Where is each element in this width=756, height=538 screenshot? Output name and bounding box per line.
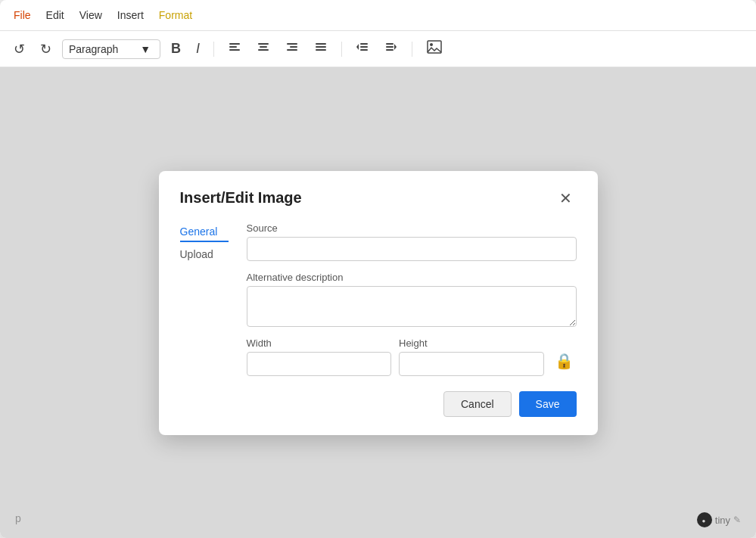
svg-rect-5 [258,49,269,51]
dialog-tabs: General Upload [180,222,229,376]
source-input[interactable] [247,237,577,261]
height-input[interactable] [399,352,544,376]
svg-rect-10 [316,46,326,48]
svg-rect-3 [258,43,269,45]
width-input[interactable] [247,352,392,376]
toolbar-separator-3 [412,42,412,57]
svg-rect-6 [287,43,297,45]
svg-rect-16 [386,43,394,45]
menu-insert[interactable]: Insert [116,6,145,24]
width-group: Width [247,337,392,376]
svg-rect-13 [360,46,368,48]
tab-upload[interactable]: Upload [180,245,229,263]
menu-edit[interactable]: Edit [45,6,66,24]
cancel-button[interactable]: Cancel [443,391,512,417]
toolbar-separator-2 [341,42,342,57]
menu-file[interactable]: File [12,6,33,24]
redo-icon: ↻ [40,41,51,58]
align-center-icon [257,40,270,58]
align-right-icon [285,40,299,58]
outdent-icon [356,40,369,58]
save-button[interactable]: Save [519,391,577,417]
chevron-down-icon: ▼ [140,43,151,55]
svg-rect-18 [386,49,394,51]
svg-rect-0 [229,43,240,45]
editor-container: File Edit View Insert Format ↺ ↻ Paragra… [0,0,756,538]
dialog-body: General Upload Source Alternative descri… [180,222,577,376]
svg-rect-11 [316,49,326,51]
dialog-overlay: Insert/Edit Image ✕ General Upload Sourc… [0,67,756,538]
dialog-close-button[interactable]: ✕ [555,189,577,207]
bold-button[interactable]: B [166,38,185,60]
align-left-icon [228,40,241,58]
svg-rect-17 [386,46,394,48]
italic-icon: I [196,41,200,57]
dialog-header: Insert/Edit Image ✕ [180,189,577,207]
svg-rect-4 [260,46,267,48]
menu-view[interactable]: View [78,6,104,24]
insert-image-button[interactable] [422,36,447,62]
editor-content[interactable]: p ● tiny ✎ Insert/Edit Image ✕ [0,67,756,538]
toolbar-separator-1 [213,42,214,57]
alt-input[interactable] [247,286,577,327]
svg-rect-9 [316,43,326,45]
svg-rect-14 [360,49,368,51]
insert-edit-image-dialog: Insert/Edit Image ✕ General Upload Sourc… [159,171,598,435]
align-center-button[interactable] [252,37,275,61]
menu-format[interactable]: Format [157,6,194,24]
dialog-form: Source Alternative description Width [247,222,577,376]
paragraph-select[interactable]: Paragraph ▼ [62,39,160,59]
svg-rect-1 [229,46,237,48]
indent-button[interactable] [380,37,403,61]
outdent-button[interactable] [351,37,374,61]
undo-icon: ↺ [14,41,25,58]
bold-icon: B [171,41,181,57]
menu-bar: File Edit View Insert Format [0,0,756,31]
dialog-title: Insert/Edit Image [180,189,302,207]
svg-marker-19 [394,44,397,50]
toolbar: ↺ ↻ Paragraph ▼ B I [0,31,756,67]
lock-icon: 🔒 [555,353,574,369]
alt-label: Alternative description [247,272,577,283]
svg-rect-2 [229,49,240,51]
svg-point-21 [430,43,433,46]
undo-button[interactable]: ↺ [9,38,30,61]
width-label: Width [247,337,392,349]
source-label: Source [247,222,577,234]
redo-button[interactable]: ↻ [36,38,56,61]
align-right-button[interactable] [281,37,303,61]
dialog-footer: Cancel Save [180,391,577,417]
tab-general[interactable]: General [180,222,229,242]
align-left-button[interactable] [223,37,246,61]
indent-icon [384,40,398,58]
height-group: Height [399,337,544,376]
dimensions-row: Width Height 🔒 [247,337,577,376]
image-icon [426,39,443,59]
svg-rect-7 [290,46,297,48]
paragraph-label: Paragraph [69,43,118,55]
lock-aspect-ratio-button[interactable]: 🔒 [552,349,577,373]
svg-rect-8 [287,49,297,51]
italic-button[interactable]: I [191,38,204,60]
align-justify-button[interactable] [310,37,332,61]
alt-group: Alternative description [247,272,577,327]
svg-marker-15 [356,44,359,50]
source-group: Source [247,222,577,261]
svg-rect-12 [360,43,368,45]
height-label: Height [399,337,544,349]
align-justify-icon [314,40,328,58]
